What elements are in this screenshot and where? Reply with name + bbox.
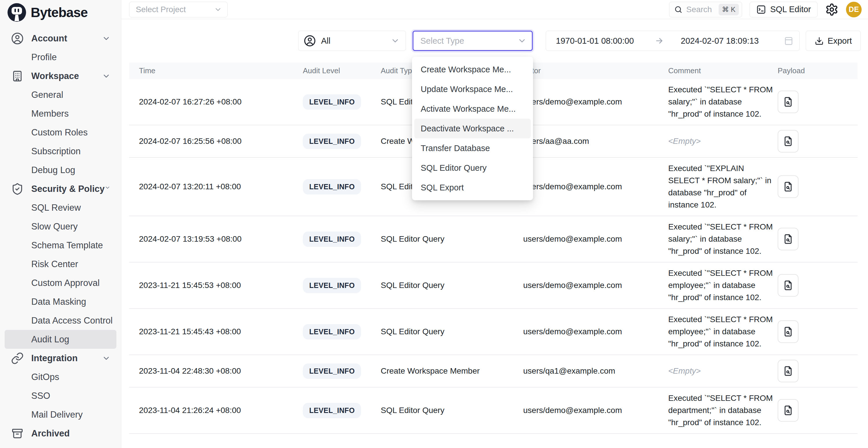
row-audit-type: SQL Editor Query xyxy=(381,281,523,290)
row-comment: Executed `"SELECT * FROM department;"` i… xyxy=(668,392,777,428)
sidebar-item-profile[interactable]: Profile xyxy=(5,48,116,67)
file-search-icon xyxy=(783,280,793,291)
brand-logo[interactable]: Bytebase xyxy=(0,0,121,25)
export-button[interactable]: Export xyxy=(806,31,861,51)
sidebar-item-custom-roles[interactable]: Custom Roles xyxy=(5,123,116,142)
chevron-down-icon xyxy=(104,185,111,193)
column-header-payload: Payload xyxy=(777,66,858,75)
sidebar-item-mail-delivery[interactable]: Mail Delivery xyxy=(5,405,116,424)
type-menu-option[interactable]: SQL Export xyxy=(414,178,531,197)
export-label: Export xyxy=(828,36,852,46)
sidebar-section-integration[interactable]: Integration xyxy=(0,349,121,367)
type-menu-option[interactable]: Create Workspace Me... xyxy=(414,60,531,79)
main-area: Select Project Search ⌘ K SQL xyxy=(121,0,868,448)
row-comment: Executed `"SELECT * FROM salary;"` in da… xyxy=(668,221,777,257)
chevron-down-icon xyxy=(102,354,111,363)
audit-level-badge: LEVEL_INFO xyxy=(303,363,361,379)
sidebar-item-audit-log[interactable]: Audit Log xyxy=(5,330,116,349)
row-time: 2023-11-21 15:45:53 +08:00 xyxy=(129,281,303,290)
row-actor: users/demo@example.com xyxy=(523,281,668,290)
actor-filter-select[interactable]: All xyxy=(298,31,406,51)
file-search-icon xyxy=(783,136,793,147)
type-menu-option[interactable]: Transfer Database xyxy=(414,138,531,158)
sidebar-item-data-masking[interactable]: Data Masking xyxy=(5,292,116,311)
chevron-down-icon xyxy=(102,72,111,81)
row-audit-type: SQL Editor Query xyxy=(381,327,523,336)
search-placeholder: Search xyxy=(686,5,715,14)
sidebar-section-workspace[interactable]: Workspace xyxy=(0,67,121,85)
type-filter-dropdown-menu: Create Workspace Me...Update Workspace M… xyxy=(412,57,533,200)
sidebar-item-slow-query[interactable]: Slow Query xyxy=(5,217,116,236)
audit-level-badge: LEVEL_INFO xyxy=(303,94,361,110)
audit-log-row: 2023-11-04 21:26:24 +08:00LEVEL_INFOSQL … xyxy=(129,387,858,434)
type-menu-option[interactable]: SQL Editor Query xyxy=(414,158,531,178)
sidebar-section-account[interactable]: Account xyxy=(0,29,121,48)
sidebar-item-custom-approval[interactable]: Custom Approval xyxy=(5,274,116,292)
file-search-icon xyxy=(783,366,793,376)
row-time: 2024-02-07 13:20:11 +08:00 xyxy=(129,182,303,191)
sidebar-item-subscription[interactable]: Subscription xyxy=(5,142,116,161)
sidebar-section-security-policy[interactable]: Security & Policy xyxy=(0,180,121,198)
sidebar-section-label: Integration xyxy=(31,353,102,363)
audit-level-badge: LEVEL_INFO xyxy=(303,324,361,340)
row-comment: Executed `"SELECT * FROM employee;"` in … xyxy=(668,313,777,350)
row-audit-type: SQL Editor Query xyxy=(381,406,523,415)
payload-view-button[interactable] xyxy=(778,360,799,382)
sidebar-item-risk-center[interactable]: Risk Center xyxy=(5,255,116,274)
sidebar-item-schema-template[interactable]: Schema Template xyxy=(5,236,116,255)
brand-name: Bytebase xyxy=(31,5,88,20)
sidebar-item-sql-review[interactable]: SQL Review xyxy=(5,198,116,217)
type-menu-option[interactable]: Update Workspace Me... xyxy=(414,79,531,99)
sidebar-item-gitops[interactable]: GitOps xyxy=(5,367,116,386)
sidebar-section-label: Workspace xyxy=(31,71,102,81)
payload-view-button[interactable] xyxy=(778,91,799,113)
column-header-audit-level: Audit Level xyxy=(303,66,381,75)
sidebar-item-members[interactable]: Members xyxy=(5,104,116,123)
payload-view-button[interactable] xyxy=(778,320,799,343)
sidebar-item-sso[interactable]: SSO xyxy=(5,386,116,405)
calendar-icon xyxy=(784,36,794,46)
avatar[interactable]: DE xyxy=(846,2,862,18)
row-actor: users/aa@aa.com xyxy=(523,137,668,146)
gear-icon[interactable] xyxy=(825,3,838,16)
date-range-picker[interactable]: 1970-01-01 08:00:00 2024-02-07 18:09:13 xyxy=(546,31,800,51)
date-end[interactable]: 2024-02-07 18:09:13 xyxy=(681,36,758,46)
sidebar-section-archived[interactable]: Archived xyxy=(0,424,121,443)
type-menu-option[interactable]: Deactivate Workspace ... xyxy=(414,119,531,138)
payload-view-button[interactable] xyxy=(778,274,799,297)
row-time: 2023-11-04 21:26:24 +08:00 xyxy=(129,406,303,415)
search-shortcut-badge: ⌘ K xyxy=(719,4,739,15)
payload-view-button[interactable] xyxy=(778,175,799,198)
sidebar-item-debug-log[interactable]: Debug Log xyxy=(5,161,116,180)
row-time: 2023-11-04 22:48:30 +08:00 xyxy=(129,366,303,376)
arrow-right-icon xyxy=(655,36,664,45)
archive-icon xyxy=(11,427,24,440)
file-search-icon xyxy=(783,326,793,337)
terminal-icon xyxy=(756,5,766,14)
payload-view-button[interactable] xyxy=(778,399,799,422)
project-select[interactable]: Select Project xyxy=(129,2,227,18)
file-search-icon xyxy=(783,182,793,192)
sql-editor-button[interactable]: SQL Editor xyxy=(750,2,817,18)
sidebar-section-label: Archived xyxy=(31,428,111,439)
type-filter-select[interactable]: Select Type xyxy=(412,31,533,51)
type-menu-option[interactable]: Activate Workspace Me... xyxy=(414,99,531,119)
sidebar-item-general[interactable]: General xyxy=(5,85,116,104)
bytebase-logo-icon xyxy=(7,3,26,22)
payload-view-button[interactable] xyxy=(778,130,799,153)
payload-view-button[interactable] xyxy=(778,228,799,250)
building-icon xyxy=(11,70,24,83)
audit-level-badge: LEVEL_INFO xyxy=(303,278,361,293)
search-input[interactable]: Search ⌘ K xyxy=(669,2,742,18)
row-comment: Executed `"SELECT * FROM salary;"` in da… xyxy=(668,84,777,120)
download-icon xyxy=(815,36,824,45)
column-header-actor: Actor xyxy=(523,66,668,75)
date-start[interactable]: 1970-01-01 08:00:00 xyxy=(556,36,634,46)
row-comment: <Empty> xyxy=(668,366,777,376)
row-audit-type: Create Workspace Member xyxy=(381,366,523,376)
row-actor: users/qa1@example.com xyxy=(523,366,668,376)
shield-check-icon xyxy=(11,183,24,195)
sidebar-item-data-access-control[interactable]: Data Access Control xyxy=(5,311,116,330)
chevron-down-icon xyxy=(391,36,400,45)
sql-editor-label: SQL Editor xyxy=(770,5,811,14)
